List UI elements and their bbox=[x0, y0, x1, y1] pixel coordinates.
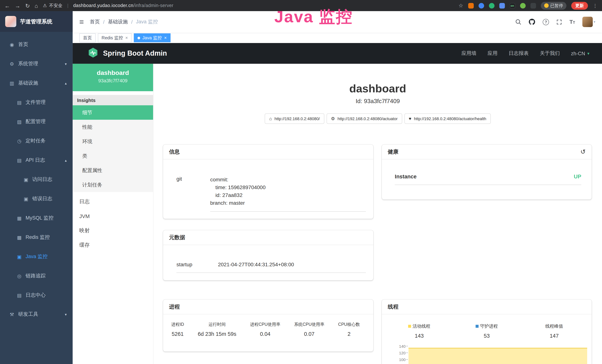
breadcrumb-home[interactable]: 首页 bbox=[90, 19, 100, 25]
sidebar-menu: ◉ 首页 ⚙ 系统管理 ▾ ▥ 基础设施 ▴ ▤ 文件管理 ▨ 配置管理 bbox=[0, 32, 73, 324]
extension-icon[interactable]: on bbox=[509, 3, 515, 8]
paused-badge[interactable]: 已暂停 bbox=[541, 2, 566, 10]
sidebar-item-label: 系统管理 bbox=[18, 60, 38, 67]
tools-icon: ⚒ bbox=[9, 311, 15, 317]
sidebar-item-log-center[interactable]: ▤ 日志中心 bbox=[0, 286, 73, 305]
github-icon[interactable] bbox=[529, 19, 536, 25]
history-icon[interactable]: ↺ bbox=[580, 148, 586, 156]
sba-menu-jvm[interactable]: JVM bbox=[73, 209, 153, 223]
infrastructure-icon: ▥ bbox=[9, 80, 15, 86]
sidebar-item-api-log[interactable]: ▤ API 日志 ▴ bbox=[0, 150, 73, 170]
git-branch-line: branch: master bbox=[210, 199, 366, 207]
legend-label: 活动线程 bbox=[412, 323, 430, 329]
sba-menu-config-props[interactable]: 配置属性 bbox=[73, 163, 153, 178]
sidebar-item-devtools[interactable]: ⚒ 研发工具 ▾ bbox=[0, 305, 73, 324]
health-url-button[interactable]: ♥ http://192.168.0.2:48080/actuator/heal… bbox=[404, 114, 491, 124]
search-icon[interactable] bbox=[516, 19, 521, 25]
browser-update-button[interactable]: 更新 bbox=[571, 2, 588, 10]
process-col-uptime: 运行时间 6d 23h 15m 59s bbox=[198, 322, 236, 337]
sidebar-item-label: 日志中心 bbox=[26, 292, 46, 299]
extension-icon[interactable] bbox=[468, 3, 473, 8]
sba-menu-details[interactable]: 细节 bbox=[73, 105, 153, 120]
sidebar-item-system[interactable]: ⚙ 系统管理 ▾ bbox=[0, 54, 73, 74]
sba-nav-applications[interactable]: 应用 bbox=[488, 50, 498, 57]
sba-nav-about[interactable]: 关于我们 bbox=[540, 50, 560, 57]
reload-icon[interactable]: ↻ bbox=[25, 3, 30, 8]
help-icon[interactable]: ? bbox=[543, 19, 549, 25]
forward-icon[interactable]: → bbox=[15, 3, 20, 8]
process-col-syscpu: 系统CPU使用率 0.07 bbox=[294, 322, 324, 337]
bookmark-star-icon[interactable]: ☆ bbox=[459, 3, 463, 9]
sidebar-item-label: 基础设施 bbox=[18, 80, 38, 86]
sba-menu-mappings[interactable]: 映射 bbox=[73, 223, 153, 238]
sba-menu-scheduled-tasks[interactable]: 计划任务 bbox=[73, 178, 153, 192]
sidebar-item-java-monitor[interactable]: ▣ Java 监控 bbox=[0, 247, 73, 266]
close-icon[interactable]: × bbox=[164, 35, 167, 40]
extension-icon[interactable] bbox=[520, 3, 526, 8]
screenshot-root: ← → ↻ ⌂ ⚠ 不安全 | dashboard.yudao.iocoder.… bbox=[0, 0, 602, 364]
sidebar-item-label: 文件管理 bbox=[26, 99, 46, 106]
collapse-sidebar-icon[interactable]: ≡ bbox=[79, 17, 84, 26]
sidebar-item-file-manage[interactable]: ▤ 文件管理 bbox=[0, 93, 73, 112]
legend-peak-threads: 线程峰值 147 bbox=[520, 322, 588, 339]
breadcrumb: 首页 / 基础设施 / Java 监控 bbox=[90, 19, 158, 25]
sidebar-item-label: MySQL 监控 bbox=[26, 215, 54, 221]
app-logo-row[interactable]: 芋道管理系统 bbox=[0, 11, 73, 32]
threads-card: 线程 活动线程 143 守护进程 53 bbox=[382, 300, 592, 364]
breadcrumb-current: Java 监控 bbox=[136, 19, 158, 25]
breadcrumb-infra[interactable]: 基础设施 bbox=[108, 19, 128, 25]
instance-header[interactable]: dashboard 93a3fc7f7409 bbox=[73, 64, 153, 91]
chevron-up-icon: ▴ bbox=[65, 158, 67, 162]
extension-icon[interactable] bbox=[530, 3, 536, 8]
browser-home-icon[interactable]: ⌂ bbox=[35, 3, 38, 8]
active-threads-area bbox=[408, 348, 587, 364]
sidebar-item-mysql-monitor[interactable]: ▦ MySQL 监控 bbox=[0, 208, 73, 228]
font-size-icon[interactable]: TT bbox=[569, 19, 575, 25]
sba-nav-wallboard[interactable]: 应用墙 bbox=[462, 50, 476, 57]
tab-redis-monitor[interactable]: Redis 监控 × bbox=[98, 33, 132, 42]
browser-menu-icon[interactable]: ⋮ bbox=[593, 3, 598, 8]
sidebar-item-trace[interactable]: ◎ 链路追踪 bbox=[0, 266, 73, 286]
sidebar-item-redis-monitor[interactable]: ▩ Redis 监控 bbox=[0, 228, 73, 247]
tab-java-monitor[interactable]: Java 监控 × bbox=[134, 33, 170, 42]
tab-home[interactable]: 首页 bbox=[79, 33, 96, 42]
extension-icon[interactable] bbox=[499, 3, 505, 8]
metadata-card: 元数据 startup 2021-04-27T00:44:31.254+08:0… bbox=[163, 230, 373, 280]
sidebar-item-error-log[interactable]: ▣ 错误日志 bbox=[0, 189, 73, 208]
sba-menu-performance[interactable]: 性能 bbox=[73, 120, 153, 134]
sidebar-item-infra[interactable]: ▥ 基础设施 ▴ bbox=[0, 74, 73, 93]
instance-id: 93a3fc7f7409 bbox=[73, 78, 153, 84]
sba-menu-environment[interactable]: 环境 bbox=[73, 134, 153, 149]
legend-swatch-yellow bbox=[408, 325, 411, 328]
actuator-url-button[interactable]: ⚙ http://192.168.0.2:48080/actuator bbox=[326, 114, 402, 124]
address-bar[interactable]: dashboard.yudao.iocoder.cn/infra/admin-s… bbox=[73, 3, 173, 8]
sba-menu-logs[interactable]: 日志 bbox=[73, 194, 153, 209]
metadata-key: startup bbox=[176, 261, 218, 268]
extension-icon[interactable] bbox=[489, 3, 494, 8]
active-dot bbox=[138, 37, 140, 39]
sidebar-item-label: 错误日志 bbox=[32, 195, 52, 202]
sidebar-item-access-log[interactable]: ▣ 访问日志 bbox=[0, 170, 73, 189]
sba-nav-journal[interactable]: 日志报表 bbox=[509, 50, 529, 57]
update-label: 更新 bbox=[575, 3, 584, 8]
language-selector[interactable]: zh-CN ▾ bbox=[571, 51, 589, 56]
sba-brand[interactable]: Spring Boot Admin bbox=[103, 49, 167, 57]
file-icon: ▤ bbox=[16, 100, 22, 105]
sidebar-item-label: Redis 监控 bbox=[26, 234, 50, 241]
sidebar-item-scheduled-job[interactable]: ◷ 定时任务 bbox=[0, 131, 73, 150]
tab-label: Java 监控 bbox=[142, 35, 162, 41]
back-icon[interactable]: ← bbox=[4, 3, 10, 8]
extension-icon[interactable] bbox=[478, 3, 484, 8]
sidebar-item-config-manage[interactable]: ▨ 配置管理 bbox=[0, 112, 73, 131]
insights-section-label: Insights bbox=[73, 95, 153, 105]
close-icon[interactable]: × bbox=[125, 35, 128, 40]
site-security-chip[interactable]: ⚠ 不安全 bbox=[43, 2, 62, 9]
sba-menu-caches[interactable]: 缓存 bbox=[73, 238, 153, 252]
sidebar-item-home[interactable]: ◉ 首页 bbox=[0, 35, 73, 54]
fullscreen-icon[interactable] bbox=[556, 19, 562, 25]
instance-url-button[interactable]: ⌂ http://192.168.0.2:48080/ bbox=[265, 114, 324, 124]
tab-label: 首页 bbox=[83, 35, 92, 41]
info-key: git bbox=[176, 176, 210, 212]
sba-menu-classes[interactable]: 类 bbox=[73, 149, 153, 163]
user-avatar[interactable]: ▾ bbox=[582, 17, 595, 27]
